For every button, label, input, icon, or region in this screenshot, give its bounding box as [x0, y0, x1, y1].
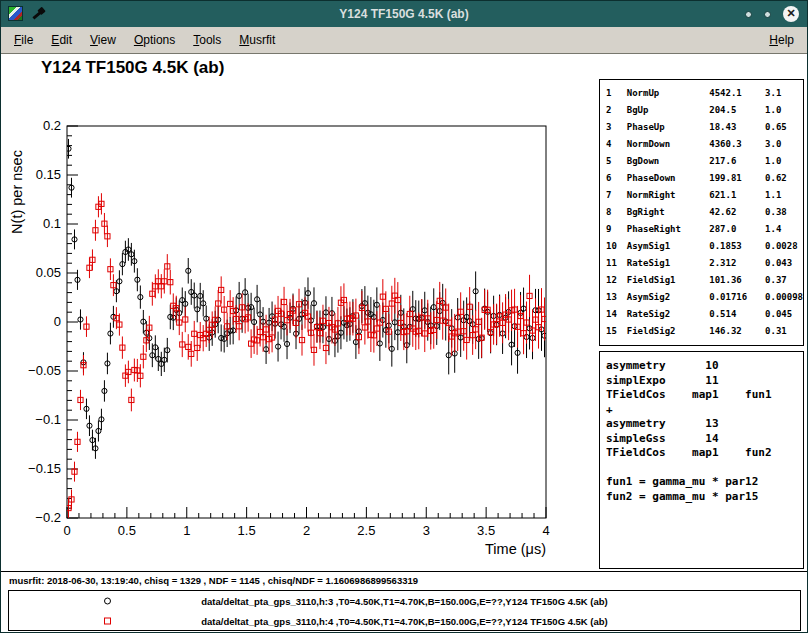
param-no: 13: [606, 288, 627, 305]
menu-item-view[interactable]: View: [83, 30, 123, 50]
param-name: FieldSig1: [627, 271, 709, 288]
param-name: NormDown: [627, 135, 709, 152]
canvas-area: Y124 TF150G 4.5K (ab) 00.511.522.533.540…: [1, 54, 807, 632]
window-title: Y124 TF150G 4.5K (ab): [1, 1, 807, 27]
menu-item-file[interactable]: File: [7, 30, 40, 50]
svg-text:0.15: 0.15: [36, 167, 61, 182]
menu-item-musrfit[interactable]: Musrfit: [232, 30, 282, 50]
param-row: 13AsymSig20.017160.00098: [606, 288, 803, 305]
param-no: 7: [606, 186, 627, 203]
param-error: 0.00098: [765, 288, 803, 305]
chart[interactable]: 00.511.522.533.540.20.150.10.050−0.05−0.…: [1, 82, 601, 582]
param-value: 146.32: [709, 322, 765, 339]
svg-text:0: 0: [54, 314, 61, 329]
param-no: 5: [606, 152, 627, 169]
param-no: 4: [606, 135, 627, 152]
param-value: 0.514: [709, 305, 765, 322]
x-axis-title: Time (μs): [485, 541, 546, 557]
param-name: AsymSig2: [627, 288, 709, 305]
svg-text:0.1: 0.1: [43, 216, 61, 231]
param-error: 0.65: [765, 118, 803, 135]
param-row: 4NormDown4360.33.0: [606, 135, 803, 152]
minimize-button[interactable]: [745, 11, 752, 18]
param-error: 0.38: [765, 203, 803, 220]
param-no: 15: [606, 322, 627, 339]
param-name: RateSig2: [627, 305, 709, 322]
param-error: 0.37: [765, 271, 803, 288]
svg-text:0.5: 0.5: [118, 523, 136, 538]
param-name: RateSig1: [627, 254, 709, 271]
svg-text:−0.2: −0.2: [35, 510, 61, 525]
maximize-button[interactable]: [764, 11, 771, 18]
svg-text:1.5: 1.5: [238, 523, 256, 538]
param-name: PhaseRight: [627, 220, 709, 237]
param-error: 3.0: [765, 135, 803, 152]
param-value: 4542.1: [709, 84, 765, 101]
svg-text:−0.05: −0.05: [28, 363, 61, 378]
param-name: BgDown: [627, 152, 709, 169]
param-error: 0.0028: [765, 237, 803, 254]
menu-item-tools[interactable]: Tools: [186, 30, 228, 50]
svg-text:1: 1: [183, 523, 190, 538]
data-series-circle: [66, 139, 547, 459]
param-error: 0.62: [765, 169, 803, 186]
param-name: NormUp: [627, 84, 709, 101]
close-button[interactable]: ✕: [783, 6, 799, 22]
plot-title: Y124 TF150G 4.5K (ab): [41, 58, 224, 78]
data-series-square: [66, 193, 547, 518]
legend-entry-text: data/deltat_pta_gps_3110,h:4 ,T0=4.50K,T…: [9, 616, 800, 627]
param-error: 1.4: [765, 220, 803, 237]
param-no: 2: [606, 101, 627, 118]
param-row: 15FieldSig2146.320.31: [606, 322, 803, 339]
param-no: 3: [606, 118, 627, 135]
svg-text:2.5: 2.5: [357, 523, 375, 538]
param-value: 621.1: [709, 186, 765, 203]
param-row: 9PhaseRight287.01.4: [606, 220, 803, 237]
menu-item-options[interactable]: Options: [127, 30, 182, 50]
param-value: 199.81: [709, 169, 765, 186]
theory-box: asymmetry 10 simplExpo 11 TFieldCos map1…: [599, 351, 804, 569]
param-value: 2.312: [709, 254, 765, 271]
param-value: 18.43: [709, 118, 765, 135]
param-name: PhaseUp: [627, 118, 709, 135]
bottom-separator: [1, 571, 807, 572]
param-no: 12: [606, 271, 627, 288]
param-row: 5BgDown217.61.0: [606, 152, 803, 169]
axis-tick-labels: 00.511.522.533.540.20.150.10.050−0.05−0.…: [28, 118, 550, 538]
svg-text:0.05: 0.05: [36, 265, 61, 280]
param-name: AsymSig1: [627, 237, 709, 254]
param-no: 9: [606, 220, 627, 237]
svg-text:0.2: 0.2: [43, 118, 61, 133]
parameter-table: 1NormUp4542.13.12BgUp204.51.03PhaseUp18.…: [606, 84, 803, 339]
param-value: 101.36: [709, 271, 765, 288]
svg-text:−0.15: −0.15: [28, 461, 61, 476]
param-name: NormRight: [627, 186, 709, 203]
param-error: 0.045: [765, 305, 803, 322]
param-value: 204.5: [709, 101, 765, 118]
y-axis-title: N(t) per nsec: [9, 150, 25, 234]
param-row: 11RateSig12.3120.043: [606, 254, 803, 271]
menu-item-help[interactable]: Help: [762, 30, 801, 50]
legend-entry: data/deltat_pta_gps_3110,h:3 ,T0=4.50K,T…: [9, 591, 800, 611]
param-value: 217.6: [709, 152, 765, 169]
param-row: 12FieldSig1101.360.37: [606, 271, 803, 288]
param-value: 0.1853: [709, 237, 765, 254]
param-row: 10AsymSig10.18530.0028: [606, 237, 803, 254]
param-no: 8: [606, 203, 627, 220]
svg-text:2: 2: [303, 523, 310, 538]
menu-item-edit[interactable]: Edit: [44, 30, 79, 50]
theory-text: asymmetry 10 simplExpo 11 TFieldCos map1…: [606, 359, 803, 504]
param-row: 14RateSig20.5140.045: [606, 305, 803, 322]
param-row: 8BgRight42.620.38: [606, 203, 803, 220]
param-name: PhaseDown: [627, 169, 709, 186]
titlebar[interactable]: Y124 TF150G 4.5K (ab) ✕: [1, 1, 807, 27]
legend-entry-text: data/deltat_pta_gps_3110,h:3 ,T0=4.50K,T…: [9, 596, 800, 607]
svg-text:0: 0: [63, 523, 70, 538]
param-value: 0.01716: [709, 288, 765, 305]
param-value: 4360.3: [709, 135, 765, 152]
param-no: 10: [606, 237, 627, 254]
app-window: Y124 TF150G 4.5K (ab) ✕ FileEditViewOpti…: [0, 0, 808, 633]
param-error: 3.1: [765, 84, 803, 101]
param-row: 6PhaseDown199.810.62: [606, 169, 803, 186]
svg-text:−0.1: −0.1: [35, 412, 61, 427]
